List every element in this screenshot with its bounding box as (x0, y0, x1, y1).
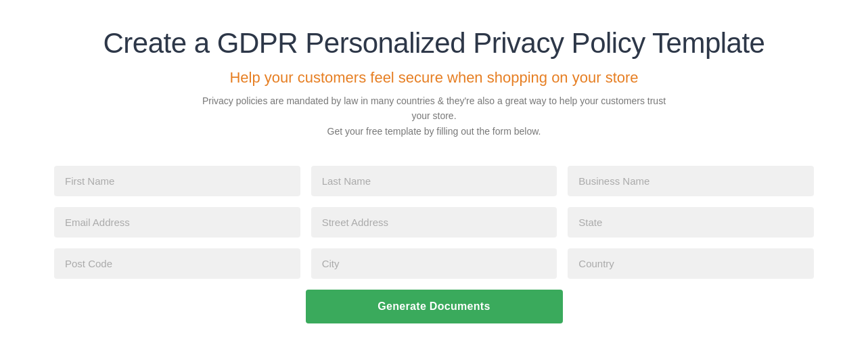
form-row-1 (54, 166, 814, 196)
description-line2: Get your free template by filling out th… (197, 124, 670, 139)
form-row-3 (54, 248, 814, 279)
street-address-input[interactable] (311, 207, 557, 238)
button-row: Generate Documents (54, 290, 814, 323)
city-input[interactable] (311, 248, 557, 279)
main-title: Create a GDPR Personalized Privacy Polic… (104, 27, 765, 60)
country-input[interactable] (568, 248, 814, 279)
form-row-2 (54, 207, 814, 238)
form-section: Generate Documents (54, 166, 814, 323)
post-code-input[interactable] (54, 248, 300, 279)
first-name-input[interactable] (54, 166, 300, 196)
business-name-input[interactable] (568, 166, 814, 196)
description-line1: Privacy policies are mandated by law in … (197, 93, 670, 124)
email-address-input[interactable] (54, 207, 300, 238)
header-section: Create a GDPR Personalized Privacy Polic… (104, 27, 765, 139)
last-name-input[interactable] (311, 166, 557, 196)
subtitle: Help your customers feel secure when sho… (104, 69, 765, 87)
state-input[interactable] (568, 207, 814, 238)
generate-documents-button[interactable]: Generate Documents (306, 290, 563, 323)
